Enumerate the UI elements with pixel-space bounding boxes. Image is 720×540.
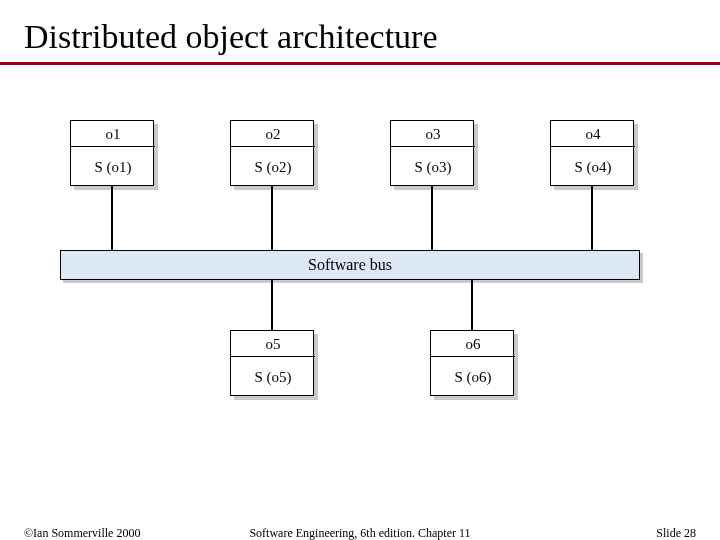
title-underline [0,62,720,65]
object-o3: o3 S (o3) [390,120,474,186]
page-title: Distributed object architecture [0,0,720,62]
object-o4: o4 S (o4) [550,120,634,186]
object-o5: o5 S (o5) [230,330,314,396]
connector [271,186,273,250]
object-name: o5 [231,331,315,357]
footer-slide: Slide 28 [656,526,696,540]
object-name: o3 [391,121,475,147]
object-service: S (o4) [551,147,635,187]
object-o2: o2 S (o2) [230,120,314,186]
object-name: o1 [71,121,155,147]
object-service: S (o1) [71,147,155,187]
object-name: o6 [431,331,515,357]
connector [431,186,433,250]
object-o6: o6 S (o6) [430,330,514,396]
connector [591,186,593,250]
object-service: S (o2) [231,147,315,187]
footer-center: Software Engineering, 6th edition. Chapt… [0,526,720,540]
object-o1: o1 S (o1) [70,120,154,186]
object-service: S (o6) [431,357,515,397]
connector [111,186,113,250]
slide: Distributed object architecture o1 S (o1… [0,0,720,540]
object-name: o4 [551,121,635,147]
connector [271,280,273,330]
object-service: S (o3) [391,147,475,187]
software-bus: Software bus [60,250,640,280]
object-service: S (o5) [231,357,315,397]
diagram-canvas: o1 S (o1) o2 S (o2) o3 S (o3) o4 S (o4) [0,90,720,480]
connector [471,280,473,330]
object-name: o2 [231,121,315,147]
bus-label: Software bus [308,256,392,273]
